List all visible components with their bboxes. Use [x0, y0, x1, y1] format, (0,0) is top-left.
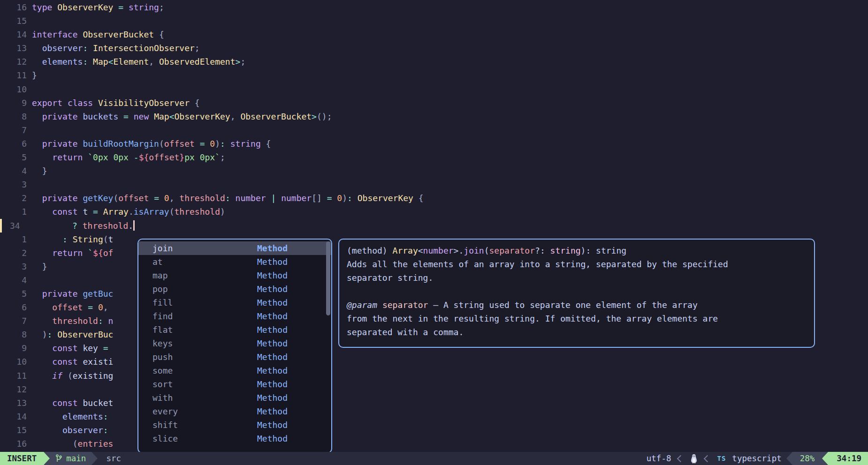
code-token: threshold	[179, 193, 225, 203]
code-line[interactable]: 10 const existi	[0, 355, 868, 368]
code-token	[32, 152, 52, 162]
code-line[interactable]: 12	[0, 382, 868, 396]
completion-item[interactable]: popMethod	[138, 282, 331, 296]
code-token: threshold	[83, 221, 129, 231]
completion-item-kind: Method	[257, 364, 288, 377]
completion-item[interactable]: shiftMethod	[138, 418, 331, 432]
code-token: >	[312, 112, 317, 121]
code-line[interactable]: 5 return `0px 0px -${offset}px 0px`;	[0, 150, 868, 164]
code-line[interactable]: 15 observer:	[0, 423, 868, 437]
completion-item[interactable]: flatMethod	[138, 323, 331, 337]
completion-item[interactable]: pushMethod	[138, 350, 331, 364]
completion-item[interactable]: findMethod	[138, 309, 331, 323]
code-line[interactable]: 11}	[0, 68, 868, 82]
popup-scrollbar[interactable]	[326, 241, 330, 315]
code-line[interactable]: 6 private buildRootMargin(offset = 0): s…	[0, 137, 868, 150]
code-token	[42, 221, 72, 231]
code-line[interactable]: 16 (entries	[0, 437, 868, 450]
code-token: ;	[195, 43, 200, 53]
completion-item-label: push	[152, 352, 173, 362]
code-token: separator	[489, 246, 535, 255]
code-line[interactable]: 11 if (existing	[0, 369, 868, 382]
code-text: private buckets = new Map<ObserverKey, O…	[32, 110, 332, 123]
code-token: const	[52, 398, 77, 408]
completion-item[interactable]: mapMethod	[138, 269, 331, 282]
completion-item[interactable]: keysMethod	[138, 337, 331, 350]
powerline-separator-icon	[91, 452, 98, 465]
code-token: 0	[98, 302, 103, 312]
code-token: 0	[210, 139, 215, 149]
code-token	[32, 289, 42, 299]
code-token	[103, 316, 108, 326]
code-line[interactable]: 14 elements: (),	[0, 410, 868, 423]
code-line[interactable]: 9export class VisibilityObserver {	[0, 96, 868, 110]
code-text: private getKey(offset = 0, threshold: nu…	[32, 191, 424, 205]
code-text: private getBuc	[32, 287, 113, 300]
code-editor[interactable]: 16type ObserverKey = string;1514interfac…	[0, 0, 868, 450]
code-line[interactable]: 4 }	[0, 164, 868, 178]
code-token	[77, 221, 83, 231]
code-text: const t = Array.isArray(threshold)	[32, 205, 225, 218]
code-line[interactable]: 13 const bucket	[0, 396, 868, 410]
code-line[interactable]: 10	[0, 82, 868, 96]
completion-item-label: some	[152, 366, 173, 375]
completion-item[interactable]: atMethod	[138, 255, 331, 269]
code-line[interactable]: 1 const t = Array.isArray(threshold)	[0, 205, 868, 218]
line-number: 13	[0, 41, 27, 55]
code-token: return	[52, 152, 83, 162]
code-line[interactable]: 16type ObserverKey = string;	[0, 0, 868, 14]
completion-item[interactable]: everyMethod	[138, 405, 331, 418]
code-line[interactable]: 8 private buckets = new Map<ObserverKey,…	[0, 110, 868, 123]
code-text: observer:	[32, 423, 108, 437]
code-line[interactable]: 14interface ObserverBucket {	[0, 28, 868, 41]
completion-item[interactable]: joinMethod	[138, 241, 331, 255]
git-branch[interactable]: main	[50, 452, 91, 465]
code-token	[88, 43, 93, 53]
line-number: 5	[0, 150, 27, 164]
code-token: key	[78, 343, 98, 353]
code-token: private	[42, 193, 78, 203]
code-token: :	[103, 425, 108, 435]
code-line[interactable]: 15	[0, 14, 868, 28]
code-token: -	[134, 152, 139, 162]
line-number: 1	[0, 205, 27, 218]
position-label: 34:19	[837, 454, 861, 463]
code-token: {	[413, 193, 424, 203]
code-token: :	[47, 330, 53, 339]
code-token	[230, 193, 236, 203]
completion-item[interactable]: someMethod	[138, 364, 331, 377]
code-line[interactable]: 3	[0, 178, 868, 191]
code-line[interactable]: 7	[0, 123, 868, 137]
text-cursor	[133, 220, 135, 231]
completion-item[interactable]: withMethod	[138, 391, 331, 405]
code-line[interactable]: 13 observer: IntersectionObserver;	[0, 41, 868, 55]
code-token	[32, 57, 42, 67]
working-directory[interactable]: src	[106, 454, 121, 463]
code-token: number	[236, 193, 266, 203]
code-token	[68, 234, 73, 244]
code-line[interactable]: 12 elements: Map<Element, ObservedElemen…	[0, 55, 868, 68]
completion-item-kind: Method	[257, 432, 288, 445]
code-text: type ObserverKey = string;	[32, 0, 164, 14]
code-token	[154, 57, 159, 67]
completion-item[interactable]: sortMethod	[138, 377, 331, 391]
completion-item-label: flat	[152, 325, 173, 335]
line-number: 5	[0, 287, 27, 300]
completion-item[interactable]: sliceMethod	[138, 432, 331, 445]
code-token: }	[32, 70, 37, 80]
code-token: =	[83, 302, 98, 312]
completion-item[interactable]: fillMethod	[138, 296, 331, 309]
code-token: join	[464, 246, 484, 255]
code-token: Array	[393, 246, 418, 255]
doc-line: separator string.	[347, 271, 807, 285]
code-token: }	[42, 166, 47, 176]
code-token: (	[73, 439, 78, 449]
code-token: (	[159, 139, 164, 149]
code-text: }	[32, 260, 47, 273]
code-token	[175, 193, 180, 203]
code-line[interactable]: 2 private getKey(offset = 0, threshold: …	[0, 191, 868, 205]
code-token: ();	[317, 112, 332, 121]
statusline-right: utf-8 TS typescript	[647, 454, 786, 464]
code-token	[32, 330, 42, 339]
code-line[interactable]: 34 ? threshold.	[0, 219, 868, 232]
